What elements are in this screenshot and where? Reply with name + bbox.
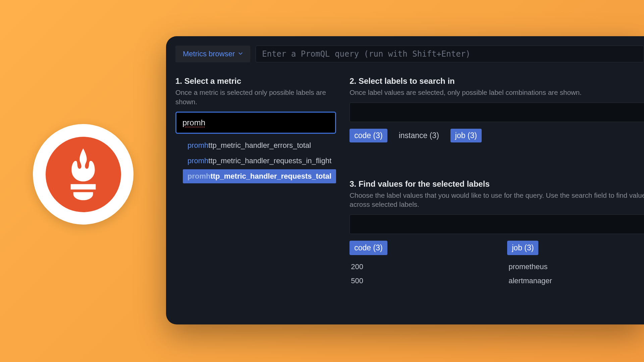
svg-rect-0 bbox=[71, 184, 96, 189]
metrics-browser-label: Metrics browser bbox=[183, 50, 235, 58]
label-value[interactable]: prometheus bbox=[507, 260, 644, 274]
metric-suggestions: promhttp_metric_handler_errors_total pro… bbox=[175, 138, 336, 185]
values-header-code[interactable]: code (3) bbox=[350, 241, 387, 255]
metric-search-input[interactable] bbox=[175, 112, 336, 134]
label-search-input[interactable] bbox=[350, 103, 644, 122]
step-3-find-values: 3. Find values for the selected labels C… bbox=[350, 179, 644, 288]
match-text: promh bbox=[187, 172, 210, 180]
step-1-select-metric: 1. Select a metric Once a metric is sele… bbox=[175, 76, 336, 288]
rest-text: ttp_metric_handler_requests_in_flight bbox=[208, 157, 331, 165]
prometheus-logo bbox=[46, 137, 121, 212]
values-col-code: code (3) 200 500 bbox=[350, 241, 507, 288]
label-chip-instance[interactable]: instance (3) bbox=[394, 129, 444, 142]
metric-suggestion[interactable]: promhttp_metric_handler_errors_total bbox=[183, 138, 316, 153]
metric-suggestion-selected[interactable]: promhttp_metric_handler_requests_total bbox=[183, 169, 336, 183]
metrics-browser-toggle[interactable]: Metrics browser bbox=[175, 46, 250, 62]
step-2-select-labels: 2. Select labels to search in Once label… bbox=[350, 76, 644, 142]
match-text: promh bbox=[187, 141, 208, 149]
promql-query-input[interactable] bbox=[256, 46, 644, 62]
match-text: promh bbox=[187, 157, 208, 165]
label-chip-code[interactable]: code (3) bbox=[350, 129, 387, 142]
query-topbar: Metrics browser bbox=[175, 46, 644, 62]
step-3-subtitle: Choose the label values that you would l… bbox=[350, 191, 644, 209]
label-value[interactable]: 500 bbox=[350, 274, 500, 288]
step-2-title: 2. Select labels to search in bbox=[350, 76, 644, 86]
values-header-job[interactable]: job (3) bbox=[507, 241, 538, 255]
metrics-browser-panel: Metrics browser 1. Select a metric Once … bbox=[166, 36, 644, 324]
rest-text: ttp_metric_handler_errors_total bbox=[208, 141, 311, 149]
label-chips: code (3) instance (3) job (3) bbox=[350, 129, 644, 142]
metric-suggestion[interactable]: promhttp_metric_handler_requests_in_flig… bbox=[183, 154, 336, 168]
step-2-subtitle: Once label values are selected, only pos… bbox=[350, 88, 644, 97]
step-3-title: 3. Find values for the selected labels bbox=[350, 179, 644, 189]
values-search-input[interactable] bbox=[350, 215, 644, 234]
prometheus-logo-badge bbox=[33, 124, 133, 225]
rest-text: ttp_metric_handler_requests_total bbox=[210, 172, 331, 180]
label-chip-job[interactable]: job (3) bbox=[450, 129, 482, 142]
label-value[interactable]: alertmanager bbox=[507, 274, 644, 288]
chevron-down-icon bbox=[238, 52, 243, 56]
values-col-job: job (3) prometheus alertmanager bbox=[507, 241, 644, 288]
prometheus-flame-icon bbox=[60, 147, 107, 201]
label-values-columns: code (3) 200 500 job (3) prometheus aler… bbox=[350, 241, 644, 288]
label-value[interactable]: 200 bbox=[350, 260, 500, 274]
step-1-title: 1. Select a metric bbox=[175, 76, 336, 86]
step-1-subtitle: Once a metric is selected only possible … bbox=[175, 88, 336, 106]
